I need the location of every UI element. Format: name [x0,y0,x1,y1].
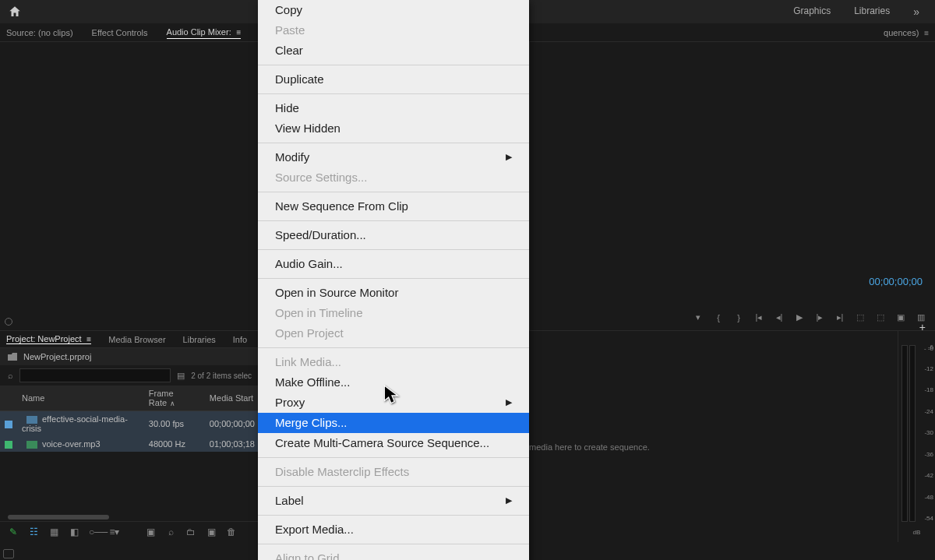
workspace-graphics[interactable]: Graphics [793,5,831,18]
icon-view-icon[interactable]: ▦ [48,527,59,537]
workspace-overflow-icon[interactable]: » [913,5,919,18]
bracket-out-icon[interactable]: } [734,313,743,322]
record-indicator-icon [5,318,12,326]
tab-effect-controls[interactable]: Effect Controls [92,26,148,39]
home-icon[interactable] [8,5,22,19]
menu-item-merge-clips[interactable]: Merge Clips... [258,413,529,433]
menu-separator [258,544,529,544]
menu-item-label: Copy [275,4,302,16]
menu-item-view-hidden[interactable]: View Hidden [258,118,529,139]
menu-item-label: Modify [275,151,309,163]
menu-item-duplicate[interactable]: Duplicate [258,69,529,90]
submenu-arrow-icon: ▶ [506,496,512,505]
menu-item-audio-gain[interactable]: Audio Gain... [258,254,529,274]
clip-type-icon [26,416,37,424]
col-frame-rate[interactable]: Frame Rate∧ [144,386,205,411]
project-items-table: Name Frame Rate∧ Media Start effective-s… [0,386,259,452]
step-back-icon[interactable]: ◂| [774,312,784,322]
menu-item-clear[interactable]: Clear [258,41,529,61]
meter-tick: -48 [924,494,933,501]
horizontal-scrollbar[interactable] [8,513,252,521]
go-to-in-icon[interactable]: |◂ [754,312,764,322]
step-fwd-icon[interactable]: |▸ [815,312,824,322]
tab-audio-clip-mixer[interactable]: Audio Clip Mixer: ≡ [167,26,242,39]
tab-info[interactable]: Info [233,335,247,344]
menu-item-label: Open in Timeline [275,307,363,319]
col-name[interactable]: Name [17,386,144,411]
menu-separator [258,143,529,143]
tab-menu-icon[interactable]: ≡ [922,29,929,37]
extract-icon[interactable]: ⬚ [876,312,885,322]
bracket-in-icon[interactable]: { [714,313,723,322]
menu-item-proxy[interactable]: Proxy▶ [258,393,529,413]
tab-source[interactable]: Source: (no clips) [6,26,73,39]
menu-item-label: Merge Clips... [275,417,348,428]
play-icon[interactable]: ▶ [795,312,804,322]
mark-in-icon[interactable]: ▾ [693,312,703,322]
tab-project[interactable]: Project: NewProject ≡ [6,334,91,344]
automate-icon[interactable]: ▣ [145,527,156,537]
workspace-libraries[interactable]: Libraries [854,5,890,18]
menu-item-label[interactable]: Label▶ [258,491,529,511]
lift-icon[interactable]: ⬚ [856,312,865,322]
new-item-icon[interactable]: ▣ [206,527,217,537]
menu-item-label: Hide [275,102,299,114]
meter-tick: -6 [924,343,933,350]
menu-item-label: Speed/Duration... [275,229,366,241]
pencil-icon[interactable]: ✎ [8,527,19,537]
menu-separator [258,220,529,221]
tab-media-browser[interactable]: Media Browser [108,335,165,344]
program-monitor-panel: 00;00;00;00 ▾ { } |◂ ◂| ▶ |▸ ▸| ⬚ ⬚ ▣ ▥ … [530,42,935,330]
clip-name: voice-over.mp3 [42,439,101,449]
menu-item-label: Clear [275,44,303,56]
go-to-out-icon[interactable]: ▸| [835,312,845,322]
menu-item-label: Source Settings... [275,171,367,183]
menu-item-modify[interactable]: Modify▶ [258,147,529,167]
meter-tick: -18 [924,386,933,393]
menu-separator [258,192,529,192]
menu-item-copy[interactable]: Copy [258,0,529,20]
menu-item-hide[interactable]: Hide [258,98,529,118]
menu-item-new-sequence-from-clip[interactable]: New Sequence From Clip [258,196,529,217]
tab-sequences[interactable]: quences) ≡ [884,26,929,39]
meter-unit: dB [898,529,935,536]
menu-item-paste: Paste [258,20,529,41]
zoom-slider-icon[interactable]: ○── [89,527,100,537]
export-frame-icon[interactable]: ▣ [896,312,905,322]
menu-item-label: Proxy [275,396,305,408]
menu-item-create-multi-camera-source-sequence[interactable]: Create Multi-Camera Source Sequence... [258,433,529,453]
new-bin-icon[interactable]: 🗀 [185,527,196,537]
find-icon[interactable]: ⌕ [165,527,176,537]
clip-type-icon [26,441,37,449]
menu-item-export-media[interactable]: Export Media... [258,519,529,540]
table-row[interactable]: effective-social-media-crisis30.00 fps00… [0,411,259,437]
resize-handle-icon[interactable] [3,549,14,558]
menu-item-open-in-source-monitor[interactable]: Open in Source Monitor [258,283,529,303]
audio-meter-left [901,345,908,522]
meter-tick: -30 [924,429,933,436]
menu-separator [258,249,529,250]
menu-item-label: Align to Grid [275,552,340,560]
table-row[interactable]: voice-over.mp348000 Hz01;00;03;18 [0,436,259,452]
tab-libraries[interactable]: Libraries [183,335,216,344]
menu-item-label: Duplicate [275,73,324,85]
tab-menu-icon[interactable]: ≡ [85,335,92,343]
menu-item-speed-duration[interactable]: Speed/Duration... [258,225,529,245]
meter-tick: -36 [924,451,933,458]
search-row: ⌕ ▤ 2 of 2 items selec [0,365,259,386]
trash-icon[interactable]: 🗑 [226,527,237,537]
project-file-row: NewProject.prproj [0,348,259,365]
tab-menu-icon[interactable]: ≡ [235,28,242,37]
meter-tick: -42 [924,472,933,479]
menu-item-label: Make Offline... [275,376,350,388]
audio-meters-panel: - -0 -6-12-18-24-30-36-42-48-54 dB [898,331,935,542]
sort-icon[interactable]: ≡▾ [109,527,120,537]
freeform-view-icon[interactable]: ◧ [69,527,79,537]
bin-filter-icon[interactable]: ▤ [177,371,185,381]
list-view-icon[interactable]: ☷ [28,527,39,537]
search-input[interactable] [19,368,171,382]
col-media-start[interactable]: Media Start [205,386,259,411]
menu-item-link-media: Link Media... [258,352,529,372]
menu-item-make-offline[interactable]: Make Offline... [258,372,529,393]
menu-item-label: Disable Masterclip Effects [275,466,409,477]
